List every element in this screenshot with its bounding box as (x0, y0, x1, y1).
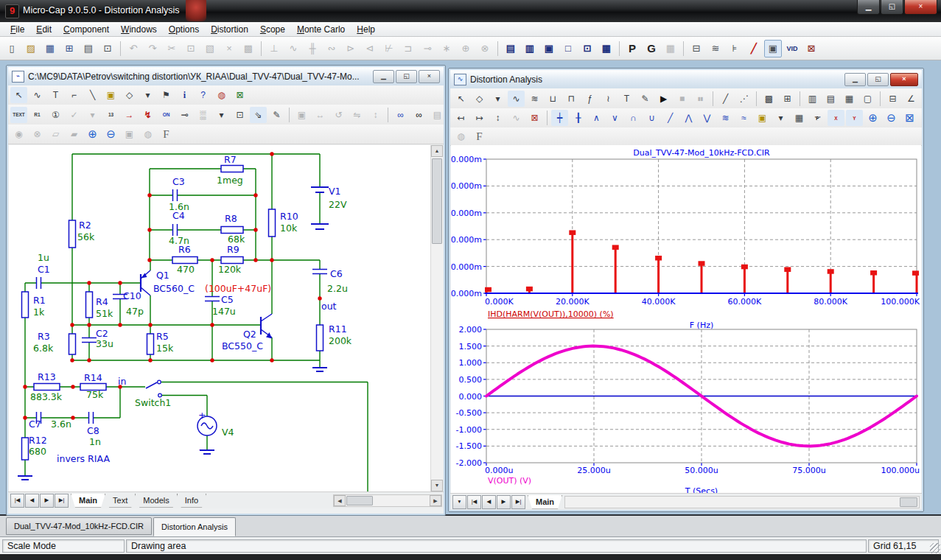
delete-button[interactable]: × (220, 40, 238, 57)
select-tool[interactable]: ↖ (10, 87, 27, 103)
menu-item[interactable]: Component (57, 23, 115, 36)
page-nav-button[interactable]: ▶| (55, 494, 69, 508)
line-tool[interactable]: ╱ (717, 91, 734, 107)
sheet-tab-info[interactable]: Info (177, 494, 206, 508)
diode-component-button[interactable]: ⊳ (342, 40, 360, 57)
doc-tab-distortion-analysis[interactable]: Distortion Analysis (153, 517, 236, 536)
zoom-in-button[interactable]: ⊕ (864, 110, 881, 126)
grid-region-button[interactable]: ⊞ (779, 91, 796, 107)
page-nav-button[interactable]: |◀ (467, 495, 481, 509)
flag-dropdown[interactable]: ▾ (489, 91, 506, 107)
page-nav-button[interactable]: ▶ (40, 494, 54, 508)
scope-window-button[interactable]: ▣ (764, 40, 782, 57)
find-component-button[interactable]: ∞ (392, 107, 409, 123)
peak-button[interactable]: ∧ (588, 110, 605, 126)
analysis-window-title-bar[interactable]: ∿ Distortion Analysis ▁ ◱ × (450, 70, 922, 89)
minimize-button[interactable]: ▁ (857, 0, 880, 15)
y-axis-scale-button[interactable]: Y (846, 110, 863, 126)
top-button[interactable]: ⋀ (680, 110, 697, 126)
part-browser-tool[interactable]: ◇ (121, 87, 138, 103)
p-key-button[interactable]: 'P' (809, 110, 826, 126)
source-component-button[interactable]: ∿ (284, 40, 302, 57)
rotate-mode[interactable]: ↺ (330, 107, 347, 123)
save-all-button[interactable]: ⊞ (60, 40, 78, 57)
sheet-tab-main[interactable]: Main (528, 495, 562, 509)
text-attributes-toggle[interactable]: TEXT (10, 107, 27, 123)
scroll-thumb[interactable] (346, 496, 373, 505)
grid-dropdown[interactable]: ▾ (213, 107, 230, 123)
minimize-button[interactable]: ▁ (844, 73, 866, 86)
save-file-button[interactable]: ▦ (41, 40, 59, 57)
go-to-performance-button[interactable]: G (643, 40, 660, 57)
properties-button[interactable]: ✎ (637, 91, 654, 107)
vertical-cursor-button[interactable]: ╂ (570, 110, 587, 126)
node-numbers-toggle[interactable]: ① (47, 107, 64, 123)
component-list-button[interactable]: ⊟ (688, 40, 705, 57)
pause-button[interactable]: ▮▮ (692, 91, 709, 107)
cascade-windows-button[interactable]: ▣ (540, 40, 558, 57)
polyline-tool[interactable]: ⋰ (735, 91, 752, 107)
ground-component-button[interactable]: ⊥ (265, 40, 283, 57)
voltages-dropdown[interactable]: ▾ (84, 107, 101, 123)
grid-text-button[interactable]: ▦ (662, 40, 679, 57)
web-globe-button[interactable]: ◍ (452, 128, 469, 144)
condition-display-toggle[interactable]: ON (158, 107, 175, 123)
point-delete-button[interactable]: ⊗ (29, 126, 46, 142)
copy-button[interactable]: ⊡ (182, 40, 200, 57)
next-point-left-button[interactable]: ↤ (452, 110, 469, 126)
info-window-button[interactable]: ▤ (429, 107, 446, 123)
connector-component-button[interactable]: ∗ (438, 40, 455, 57)
font-button[interactable]: F (471, 128, 488, 144)
vi-probe-button[interactable]: VID (783, 40, 801, 57)
print-preview-button[interactable]: ⊡ (99, 40, 116, 57)
run-button[interactable]: ▶ (655, 91, 672, 107)
gds-button[interactable]: ▣ (754, 110, 771, 126)
wave-reference-button[interactable]: ∿ (508, 110, 525, 126)
open-file-button[interactable]: ▨ (22, 40, 40, 57)
meter-component-button[interactable]: ⊕ (457, 40, 475, 57)
menu-item[interactable]: Monte Carlo (291, 23, 351, 36)
scale-mode-button[interactable]: ∿ (508, 91, 525, 107)
restore-button[interactable]: ◱ (396, 70, 417, 83)
wire-tool[interactable]: ⌐ (66, 87, 83, 103)
waveform-buffer-button[interactable]: ≋ (707, 40, 724, 57)
horizontal-axis-button[interactable]: ⊟ (884, 91, 901, 107)
menu-item[interactable]: Distortion (205, 23, 254, 36)
close-button[interactable]: × (419, 70, 440, 83)
split-vertical-button[interactable]: ▥ (521, 40, 539, 57)
web-info-tool[interactable]: ◍ (213, 87, 230, 103)
line-tool[interactable]: ╲ (84, 87, 101, 103)
zoom-in-button[interactable]: ⊕ (84, 126, 101, 142)
ruler-button[interactable]: ▤ (822, 91, 839, 107)
text-tool[interactable]: T (47, 87, 64, 103)
snapshot-button[interactable]: ▣ (121, 126, 138, 142)
page-nav-button[interactable]: ▶ (497, 495, 511, 509)
analysis-horizontal-scrollbar[interactable] (564, 496, 920, 508)
print-button[interactable]: ▤ (80, 40, 97, 57)
schematic-drawing[interactable]: R71megC31.6nC44.7nR6470R868kR9120kR256k1… (9, 145, 424, 491)
global-high-button[interactable]: ≋ (717, 110, 734, 126)
select-region-button[interactable]: ▩ (760, 91, 777, 107)
page-nav-button[interactable]: ▶| (511, 495, 525, 509)
cut-button[interactable]: ✂ (163, 40, 181, 57)
valley-button[interactable]: ∨ (606, 110, 623, 126)
schematic-canvas[interactable]: R71megC31.6nC44.7nR6470R868kR9120kR256k1… (9, 145, 431, 491)
slope-button[interactable]: ∠ (903, 91, 920, 107)
info-source-tool[interactable]: ▣ (102, 87, 119, 103)
scroll-left-button[interactable]: ◀ (334, 495, 346, 506)
scroll-down-button[interactable]: ▼ (431, 480, 443, 491)
scroll-thumb[interactable] (900, 497, 917, 507)
analysis-plots[interactable]: Dual_TVV-47-Mod_10kHz-FCD.CIR100.000m80.… (451, 145, 921, 493)
redo-button[interactable]: ↷ (144, 40, 161, 57)
stretch-mode[interactable]: ↔ (312, 107, 329, 123)
main-title-bar[interactable]: 9 Micro-Cap 9.0.5.0 - Distortion Analysi… (0, 0, 941, 22)
maximize-window-button[interactable]: □ (559, 40, 577, 57)
page-nav-button[interactable]: ▾ (452, 495, 466, 509)
restore-button[interactable]: ◱ (881, 0, 903, 15)
calculator-button[interactable]: ▦ (598, 40, 615, 57)
zener-component-button[interactable]: ⊲ (361, 40, 379, 57)
flag-dropdown[interactable]: ▾ (139, 87, 156, 103)
flip-y-mode[interactable]: ↕ (367, 107, 384, 123)
gds-dropdown[interactable]: ▾ (772, 110, 789, 126)
menu-item[interactable]: File (4, 23, 30, 36)
